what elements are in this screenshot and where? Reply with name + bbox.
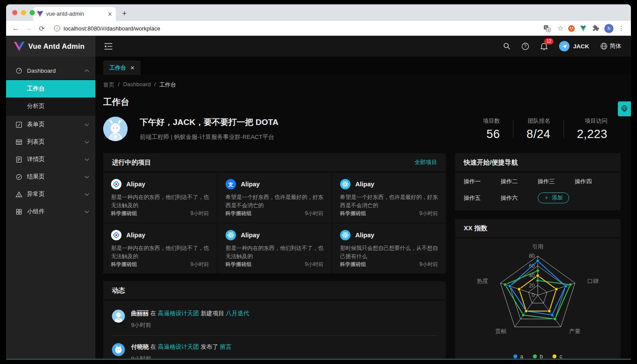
activity-user[interactable]: 付晓晓 — [131, 344, 149, 350]
project-name[interactable]: Alipay — [126, 181, 145, 188]
all-projects-link[interactable]: 全部项目 — [415, 158, 437, 166]
project-description: 那时候我只会想自己想要什么，从不想自己拥有什么 — [340, 244, 438, 261]
quick-nav-link-操作三[interactable]: 操作三 — [538, 178, 575, 185]
help-icon[interactable]: ? — [522, 43, 529, 50]
vue-devtools-icon[interactable] — [580, 26, 590, 31]
activity-user[interactable]: 曲丽丽 — [131, 310, 149, 317]
project-card[interactable]: Alipay那是一种内在的东西，他们到达不了，也无法触及的科学搬砖组9小时前 — [218, 223, 331, 273]
browser-tab-title: vue-antd-admin — [46, 11, 104, 17]
brand[interactable]: Vue Antd Admin — [6, 36, 95, 57]
browser-tabstrip: vue-antd-admin ✕ + — [6, 4, 631, 21]
translate-icon[interactable]: 文A — [543, 25, 553, 32]
quick-nav-card: 快速开始/便捷导航 操作一操作二操作三操作四操作五操作六＋添加 — [455, 153, 620, 210]
activity-group-link[interactable]: 高逼格设计天团 — [158, 344, 199, 350]
legend-item-c[interactable]: c — [553, 353, 563, 359]
project-group-link[interactable]: 科学搬砖组 — [226, 210, 252, 217]
theme-settings-button[interactable] — [618, 101, 631, 116]
locale-switcher[interactable]: 简体 — [600, 42, 621, 50]
menu-fold-icon[interactable] — [104, 36, 112, 57]
page-tab-close-icon[interactable]: ✕ — [130, 65, 135, 71]
tab-close-icon[interactable]: ✕ — [108, 11, 112, 17]
breadcrumb-current: 工作台 — [159, 81, 176, 89]
project-card-top: Alipay — [111, 179, 209, 189]
sidebar-subitem-分析页[interactable]: 分析页 — [6, 98, 95, 115]
project-card[interactable]: Alipay希望是一个好东西，也许是最好的，好东西是不会消亡的科学搬砖组9小时前 — [332, 172, 446, 222]
project-name[interactable]: Alipay — [355, 181, 374, 188]
chevron-down-icon — [85, 174, 89, 179]
chrome-menu-icon[interactable]: ⋮ — [616, 25, 627, 32]
quick-nav-link-操作四[interactable]: 操作四 — [575, 178, 612, 185]
sidebar-item-列表页[interactable]: 列表页 — [6, 133, 95, 151]
reload-icon[interactable]: ⟳ — [37, 24, 47, 33]
activity-target-link[interactable]: 留言 — [220, 344, 232, 350]
project-group-link[interactable]: 科学搬砖组 — [111, 210, 137, 217]
breadcrumb-dashboard[interactable]: Dashboard — [123, 81, 151, 89]
project-updated-time: 9小时前 — [419, 261, 438, 268]
sidebar-item-表单页[interactable]: 表单页 — [6, 116, 95, 133]
sidebar-item-Dashboard[interactable]: Dashboard — [6, 62, 95, 79]
antd-logo-icon — [111, 230, 121, 240]
quick-nav-link-操作六[interactable]: 操作六 — [501, 194, 538, 202]
project-card-top: 支Alipay — [226, 179, 324, 189]
browser-profile-avatar[interactable]: h — [604, 24, 613, 33]
project-description: 那是一种内在的东西，他们到达不了，也无法触及的 — [111, 193, 209, 210]
project-group-link[interactable]: 科学搬砖组 — [340, 210, 366, 217]
sidebar-item-结果页[interactable]: 结果页 — [6, 168, 95, 185]
user-avatar — [559, 41, 570, 51]
extensions-puzzle-icon[interactable] — [592, 25, 602, 32]
new-tab-button[interactable]: + — [122, 9, 127, 18]
page-tab-workplace[interactable]: 工作台 ✕ — [103, 61, 141, 75]
forward-icon[interactable]: → — [24, 24, 34, 32]
bookmark-star-icon[interactable]: ☆ — [556, 24, 565, 32]
minimize-window-button[interactable] — [21, 10, 26, 15]
project-card[interactable]: 支Alipay希望是一个好东西，也许是最好的，好东西是不会消亡的科学搬砖组9小时… — [218, 172, 331, 222]
legend-item-a[interactable]: a — [513, 353, 523, 359]
breadcrumb-home[interactable]: 首页 — [103, 81, 115, 89]
close-window-button[interactable] — [12, 10, 17, 15]
sidebar-subitem-工作台[interactable]: 工作台 — [6, 80, 95, 98]
project-footer: 科学搬砖组9小时前 — [226, 210, 324, 217]
project-card[interactable]: Alipay那是一种内在的东西，他们到达不了，也无法触及的科学搬砖组9小时前 — [103, 223, 217, 273]
project-name[interactable]: Alipay — [355, 232, 374, 239]
activity-target-link[interactable]: 八月迭代 — [226, 310, 249, 317]
browser-toolbar: ← → ⟳ i localhost:8080/#/dashboard/workp… — [6, 21, 631, 36]
sidebar-item-详情页[interactable]: 详情页 — [6, 151, 95, 168]
project-card[interactable]: Alipay那是一种内在的东西，他们到达不了，也无法触及的科学搬砖组9小时前 — [103, 172, 217, 222]
add-nav-button[interactable]: ＋添加 — [538, 192, 569, 203]
maximize-window-button[interactable] — [30, 10, 35, 15]
legend-item-b[interactable]: b — [533, 353, 543, 359]
quick-nav-link-操作五[interactable]: 操作五 — [464, 194, 501, 202]
activity-group-link[interactable]: 高逼格设计天团 — [158, 310, 199, 317]
back-icon[interactable]: ← — [10, 24, 21, 32]
svg-text:80: 80 — [529, 253, 535, 259]
form-icon — [16, 121, 22, 128]
site-info-icon[interactable]: i — [54, 25, 60, 31]
extension-orange-icon[interactable] — [568, 25, 577, 32]
user-menu[interactable]: JACK — [559, 41, 589, 51]
antd-logo-icon — [111, 179, 121, 189]
browser-tab[interactable]: vue-antd-admin ✕ — [33, 7, 116, 21]
project-group-link[interactable]: 科学搬砖组 — [226, 261, 252, 268]
project-card[interactable]: Alipay那时候我只会想自己想要什么，从不想自己拥有什么科学搬砖组9小时前 — [332, 223, 446, 273]
project-group-link[interactable]: 科学搬砖组 — [111, 261, 137, 268]
project-name[interactable]: Alipay — [126, 232, 145, 239]
project-group-link[interactable]: 科学搬砖组 — [340, 261, 366, 268]
search-icon[interactable] — [503, 43, 510, 50]
react-logo-icon — [340, 179, 351, 189]
page-scroll[interactable]: 首页/ Dashboard/ 工作台 工作台 下午好，JACK，要不要打一把 D… — [95, 75, 631, 359]
stat-label: 团队排名 — [526, 117, 550, 125]
add-button-label: 添加 — [552, 194, 563, 202]
address-bar[interactable]: i localhost:8080/#/dashboard/workplace — [50, 23, 541, 34]
username: JACK — [573, 43, 589, 50]
notification-bell-icon[interactable]: 12 — [540, 42, 548, 50]
project-name[interactable]: Alipay — [241, 232, 260, 239]
chevron-down-icon — [85, 139, 89, 144]
sidebar-item-小组件[interactable]: 小组件 — [6, 203, 95, 220]
dashboard-icon — [16, 67, 22, 74]
traffic-lights[interactable] — [12, 10, 35, 15]
quick-nav-link-操作一[interactable]: 操作一 — [464, 178, 501, 185]
project-name[interactable]: Alipay — [241, 181, 260, 188]
sidebar-item-异常页[interactable]: 异常页 — [6, 185, 95, 203]
app-header: Vue Antd Admin ? 12 JACK — [6, 36, 631, 57]
quick-nav-link-操作二[interactable]: 操作二 — [501, 178, 538, 185]
